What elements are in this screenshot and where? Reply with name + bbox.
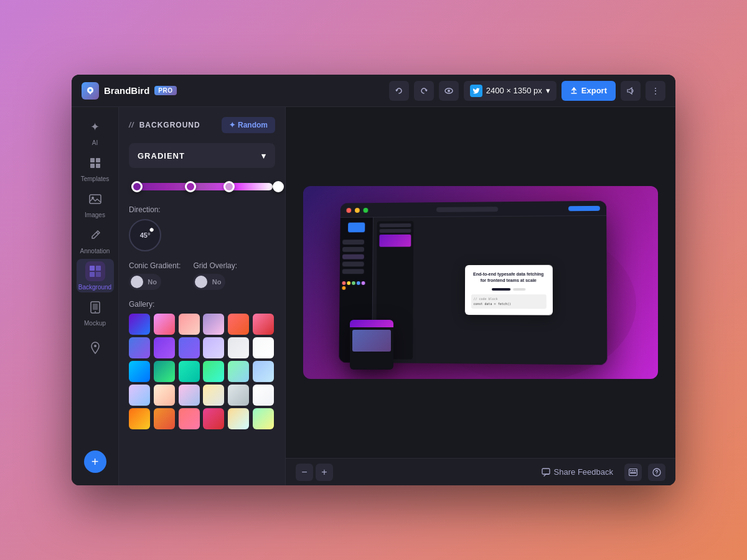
gallery-item[interactable] [253,385,274,406]
volume-button[interactable] [621,81,641,101]
grid-overlay-toggle[interactable]: No [193,274,225,290]
preview-button[interactable] [439,81,459,101]
toggle-knob [131,276,143,288]
direction-dial[interactable]: 45° [129,219,161,251]
gallery-grid [129,314,275,429]
gallery-item[interactable] [228,314,249,335]
sidebar-item-background[interactable]: Background [77,259,114,292]
gallery-item[interactable] [253,408,274,429]
background-icon [85,261,105,281]
svg-rect-9 [90,266,95,271]
random-button[interactable]: ✦ Random [222,117,275,133]
gallery-item[interactable] [203,314,224,335]
gallery-item[interactable] [228,408,249,429]
gallery-item[interactable] [129,337,150,358]
gallery-item[interactable] [154,361,175,382]
gallery-item[interactable] [129,408,150,429]
gallery-item[interactable] [203,385,224,406]
gradient-slider[interactable] [129,178,275,195]
zoom-in-button[interactable]: + [316,464,333,481]
mockup-content-text: End-to-end typesafe data fetching for fr… [471,271,546,284]
slider-thumb-4[interactable] [273,181,284,192]
gallery-item[interactable] [179,385,200,406]
background-panel: // BACKGROUND ✦ Random GRADIENT ▾ [119,107,286,485]
svg-rect-23 [630,472,636,474]
sidebar-item-templates[interactable]: Templates [77,151,114,184]
share-feedback-button[interactable]: Share Feedback [537,464,618,481]
sidebar-item-location[interactable] [77,331,114,365]
gallery-item[interactable] [228,361,249,382]
dropdown-arrow-icon: ▾ [261,151,266,161]
conic-gradient-toggle[interactable]: No [129,274,161,290]
gallery-item[interactable] [253,361,274,382]
gradient-type-dropdown[interactable]: GRADIENT ▾ [129,143,275,168]
sidebar-item-annotation[interactable]: Annotation [77,223,114,256]
pro-badge: PRO [154,86,176,95]
feedback-label: Share Feedback [554,467,613,477]
gallery-label: Gallery: [129,300,275,309]
add-button[interactable]: + [84,450,106,473]
gallery-item[interactable] [179,314,200,335]
export-button[interactable]: Export [561,81,616,101]
templates-icon [85,153,105,173]
gallery-item[interactable] [129,385,150,406]
svg-rect-4 [96,158,100,162]
gallery-item[interactable] [203,337,224,358]
gallery-item[interactable] [154,385,175,406]
gallery-item[interactable] [129,361,150,382]
icon-sidebar: ✦ AI Templates [72,107,119,485]
gallery-item[interactable] [228,385,249,406]
gallery-item[interactable] [129,314,150,335]
dimensions-arrow: ▾ [546,86,550,95]
svg-rect-17 [542,469,550,474]
conic-gradient-toggle-item: Conic Gradient: No [129,261,181,290]
sidebar-item-ai[interactable]: ✦ AI [77,114,114,148]
more-icon: ⋮ [651,86,660,96]
canvas-content: End-to-end typesafe data fetching for fr… [286,107,675,458]
undo-button[interactable] [389,81,409,101]
canvas-bottom: − + Share Feedback [286,458,675,485]
slider-thumb-2[interactable] [185,181,196,192]
svg-rect-14 [93,304,98,310]
gallery-item[interactable] [253,314,274,335]
slider-thumb-1[interactable] [131,181,143,192]
location-icon [85,338,105,358]
gallery-item[interactable] [179,361,200,382]
zoom-out-button[interactable]: − [296,464,313,481]
gallery-item[interactable] [228,337,249,358]
svg-point-25 [656,474,657,474]
svg-rect-6 [96,164,100,168]
panel-title: // BACKGROUND [129,121,200,129]
help-button[interactable] [648,464,665,481]
gallery-item[interactable] [154,314,175,335]
toggle-row: Conic Gradient: No Grid Overlay: No [129,261,275,290]
gallery-item[interactable] [179,337,200,358]
panel-header: // BACKGROUND ✦ Random [129,117,275,133]
svg-rect-12 [96,272,101,277]
logo-text: BrandBird [104,85,149,96]
more-button[interactable]: ⋮ [646,81,665,101]
grid-overlay-label: Grid Overlay: [193,261,237,270]
preview-frame: End-to-end typesafe data fetching for fr… [303,186,658,379]
sidebar-item-images[interactable]: Images [77,187,114,220]
sidebar-item-mockup[interactable]: Mockup [77,295,114,329]
gallery-item[interactable] [203,408,224,429]
gallery-item[interactable] [179,408,200,429]
svg-rect-11 [90,272,95,277]
gallery-item[interactable] [203,361,224,382]
app-window: BrandBird PRO [72,75,675,485]
svg-rect-21 [634,470,635,471]
gallery-item[interactable] [154,337,175,358]
svg-rect-7 [90,195,101,203]
gallery-item[interactable] [253,337,274,358]
redo-button[interactable] [414,81,434,101]
dimension-selector[interactable]: 2400 × 1350 px ▾ [464,81,557,101]
gallery-item[interactable] [154,408,175,429]
gallery-section: Gallery: [129,300,275,429]
panel-title-icon: // [129,121,134,129]
header: BrandBird PRO [72,75,675,107]
svg-point-15 [95,311,96,312]
keyboard-shortcut-button[interactable] [624,464,642,481]
slider-thumb-3[interactable] [223,181,235,192]
dimensions-text: 2400 × 1350 px [486,86,542,95]
